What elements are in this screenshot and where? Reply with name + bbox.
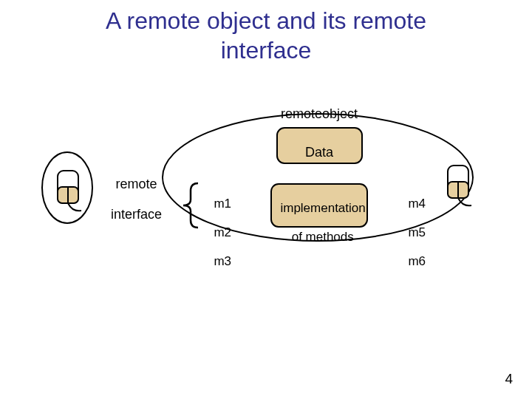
- left-methods-list: m1 m2 m3: [207, 182, 231, 268]
- right-plug-icon: [448, 166, 471, 205]
- right-methods-list: m4 m5 m6: [401, 182, 426, 268]
- remote-interface-label: remote interface: [103, 161, 162, 222]
- brace-icon: [183, 183, 198, 228]
- method-m2: m2: [214, 225, 231, 239]
- remote-interface-label-l2: interface: [111, 207, 162, 222]
- method-m4: m4: [408, 197, 426, 211]
- method-m3: m3: [214, 254, 231, 268]
- diagram-canvas: [0, 0, 532, 399]
- implementation-label: implementation of methods: [273, 186, 365, 244]
- data-label: Data: [305, 145, 333, 160]
- remote-object-label: remoteobject: [281, 106, 358, 122]
- left-plug-icon: [58, 171, 81, 211]
- implementation-label-l2: of methods: [292, 230, 354, 244]
- method-m6: m6: [408, 254, 426, 268]
- method-m1: m1: [214, 197, 231, 211]
- remote-interface-label-l1: remote: [116, 177, 157, 191]
- method-m5: m5: [408, 225, 426, 239]
- page-number: 4: [505, 371, 513, 387]
- implementation-label-l1: implementation: [280, 201, 365, 215]
